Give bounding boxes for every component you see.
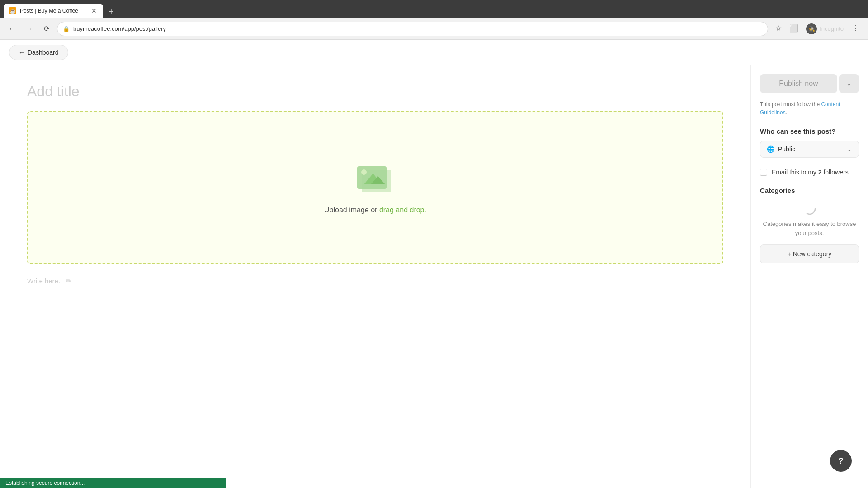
email-followers-row[interactable]: Email this to my 2 followers. bbox=[760, 169, 859, 176]
upload-instructions: Upload image or drag and drop. bbox=[324, 206, 426, 214]
bookmark-button[interactable]: ☆ bbox=[772, 22, 785, 35]
publish-dropdown-button[interactable]: ⌄ bbox=[839, 74, 859, 93]
status-bar: Establishing secure connection... bbox=[0, 478, 226, 488]
top-bar: ← Dashboard bbox=[0, 40, 868, 65]
svg-point-2 bbox=[361, 169, 367, 175]
help-button[interactable]: ? bbox=[830, 450, 852, 472]
tab-favicon: ☕ bbox=[9, 7, 16, 14]
categories-description: Categories makes it easy to browse your … bbox=[760, 220, 859, 237]
back-arrow-icon: ← bbox=[19, 49, 25, 56]
navigation-bar: ← → ⟳ 🔒 buymeacoffee.com/app/post/galler… bbox=[0, 18, 868, 40]
post-title-input[interactable]: Add title bbox=[27, 83, 723, 100]
publish-area: Publish now ⌄ bbox=[760, 74, 859, 93]
pen-icon: ✏ bbox=[66, 277, 71, 285]
write-here-placeholder[interactable]: Write here.. bbox=[27, 273, 62, 288]
dashboard-label: Dashboard bbox=[28, 49, 59, 56]
browser-action-button[interactable]: ⬜ bbox=[787, 22, 801, 35]
categories-section: Categories Categories makes it easy to b… bbox=[760, 187, 859, 263]
upload-drag-drop-link[interactable]: drag and drop. bbox=[379, 206, 426, 214]
email-followers-label: Email this to my 2 followers. bbox=[772, 169, 850, 176]
new-tab-button[interactable]: + bbox=[105, 5, 118, 18]
followers-label: followers. bbox=[822, 169, 850, 176]
followers-count: 2 bbox=[818, 169, 822, 176]
status-text: Establishing secure connection... bbox=[5, 480, 85, 486]
url-text: buymeacoffee.com/app/post/gallery bbox=[73, 25, 166, 32]
content-guidelines-notice: This post must follow the Content Guidel… bbox=[760, 100, 859, 117]
back-button[interactable]: ← bbox=[5, 22, 19, 36]
sidebar: Publish now ⌄ This post must follow the … bbox=[750, 65, 868, 488]
incognito-icon: 🕵 bbox=[806, 23, 817, 34]
nav-actions: ☆ ⬜ 🕵 Incognito ⋮ bbox=[772, 22, 863, 36]
menu-button[interactable]: ⋮ bbox=[849, 22, 863, 35]
page-content: ← Dashboard Add title bbox=[0, 40, 868, 488]
dashboard-button[interactable]: ← Dashboard bbox=[9, 45, 68, 60]
svg-point-5 bbox=[804, 203, 815, 214]
reload-button[interactable]: ⟳ bbox=[40, 22, 53, 36]
address-bar[interactable]: 🔒 buymeacoffee.com/app/post/gallery bbox=[57, 22, 768, 36]
incognito-label: Incognito bbox=[820, 25, 844, 32]
email-followers-checkbox[interactable] bbox=[760, 169, 767, 176]
security-icon: 🔒 bbox=[63, 26, 70, 32]
incognito-area: 🕵 Incognito bbox=[802, 22, 847, 36]
visibility-value: Public bbox=[778, 145, 843, 153]
tab-title: Posts | Buy Me a Coffee bbox=[20, 8, 87, 14]
guidelines-prefix: This post must follow the bbox=[760, 101, 821, 108]
categories-title: Categories bbox=[760, 187, 859, 194]
new-category-button[interactable]: + New category bbox=[760, 244, 859, 263]
visibility-dropdown[interactable]: 🌐 Public ⌄ bbox=[760, 141, 859, 158]
editor-area: Add title bbox=[0, 65, 750, 488]
globe-icon: 🌐 bbox=[767, 145, 774, 153]
main-area: Add title bbox=[0, 65, 868, 488]
upload-text-static: Upload image or bbox=[324, 206, 379, 214]
chevron-down-icon: ⌄ bbox=[846, 80, 852, 87]
visibility-chevron-icon: ⌄ bbox=[847, 145, 852, 153]
publish-now-button[interactable]: Publish now bbox=[760, 74, 837, 93]
active-tab[interactable]: ☕ Posts | Buy Me a Coffee ✕ bbox=[4, 4, 103, 18]
tab-close-button[interactable]: ✕ bbox=[90, 7, 98, 14]
tab-bar: ☕ Posts | Buy Me a Coffee ✕ + bbox=[0, 0, 868, 18]
email-label-prefix: Email this to my bbox=[772, 169, 818, 176]
categories-loading-icon bbox=[760, 202, 859, 216]
image-upload-zone[interactable]: Upload image or drag and drop. bbox=[27, 111, 723, 264]
image-placeholder-icon bbox=[353, 161, 398, 199]
forward-button[interactable]: → bbox=[23, 22, 36, 36]
visibility-section-label: Who can see this post? bbox=[760, 127, 859, 135]
guidelines-suffix: . bbox=[786, 109, 787, 116]
